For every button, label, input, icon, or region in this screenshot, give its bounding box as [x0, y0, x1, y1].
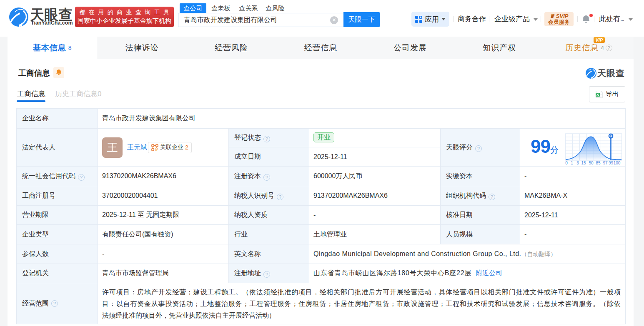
- svg-text:15: 15: [581, 161, 586, 165]
- svg-text:0: 0: [565, 161, 568, 165]
- svg-text:3: 3: [576, 161, 579, 165]
- svg-text:1: 1: [571, 161, 573, 165]
- svg-text:50: 50: [589, 161, 594, 165]
- svg-text:100: 100: [614, 161, 621, 165]
- svg-text:企: 企: [154, 147, 158, 151]
- svg-text:97: 97: [603, 161, 608, 165]
- svg-text:99: 99: [609, 161, 614, 165]
- svg-text:85: 85: [596, 161, 601, 165]
